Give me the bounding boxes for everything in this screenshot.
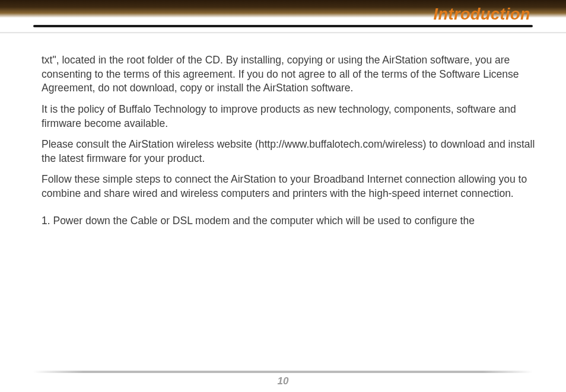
document-page: Introduction txt", located in the root f… <box>0 0 566 392</box>
paragraph-2: It is the policy of Buffalo Technology t… <box>42 103 535 130</box>
paragraph-1: txt", located in the root folder of the … <box>42 53 535 95</box>
paragraph-4: Follow these simple steps to connect the… <box>42 173 535 200</box>
paragraph-3: Please consult the AirStation wireless w… <box>42 138 535 165</box>
footer-rule <box>33 371 533 373</box>
header-rule <box>33 25 533 27</box>
page-number: 10 <box>0 375 566 387</box>
header-subrule <box>0 32 566 34</box>
step-1: 1. Power down the Cable or DSL modem and… <box>42 214 535 228</box>
page-title: Introduction <box>434 5 530 24</box>
body-content: txt", located in the root folder of the … <box>42 53 535 235</box>
